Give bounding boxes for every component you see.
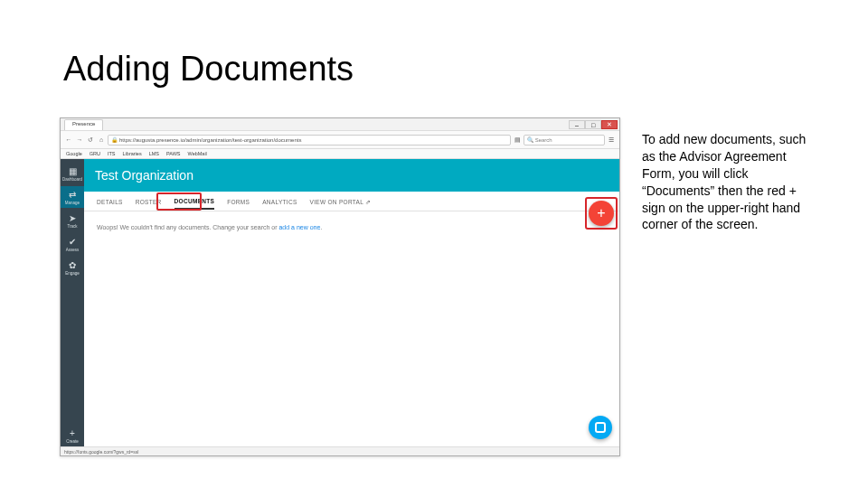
manage-icon: ⇄ bbox=[67, 189, 78, 200]
empty-text-prefix: Woops! We couldn't find any documents. C… bbox=[97, 224, 278, 230]
track-icon: ➤ bbox=[67, 212, 78, 223]
main-area: Test Organization DETAILS ROSTER DOCUMEN… bbox=[84, 159, 619, 446]
add-new-link[interactable]: add a new one bbox=[278, 224, 320, 230]
tab-forms[interactable]: FORMS bbox=[227, 193, 250, 209]
lock-icon: 🔒 bbox=[111, 136, 118, 143]
tab-details[interactable]: DETAILS bbox=[97, 193, 123, 209]
content-area: Woops! We couldn't find any documents. C… bbox=[84, 211, 619, 446]
url-text: https://augusta.presence.io/admin/organi… bbox=[119, 137, 301, 143]
sidebar: ▦ Dashboard ⇄ Manage ➤ Track ✔ Assess ✿ bbox=[61, 159, 84, 446]
address-row: ← → ↺ ⌂ 🔒 https://augusta.presence.io/ad… bbox=[61, 131, 619, 148]
sidebar-item-create[interactable]: + Create bbox=[61, 425, 84, 446]
plus-icon: + bbox=[597, 206, 605, 221]
browser-search-input[interactable]: 🔍 Search bbox=[524, 135, 605, 145]
status-text: https://fonts.google.com/?gws_rd=ssl bbox=[64, 449, 138, 455]
sidebar-item-dashboard[interactable]: ▦ Dashboard bbox=[61, 163, 84, 184]
sidebar-item-label: Assess bbox=[66, 248, 80, 252]
tab-view-on-portal[interactable]: VIEW ON PORTAL ⇗ bbox=[310, 193, 372, 210]
chat-icon bbox=[595, 422, 606, 433]
bookmark-item[interactable]: LMS bbox=[149, 151, 159, 156]
window-minimize-button[interactable]: – bbox=[569, 120, 585, 129]
bookmark-item[interactable]: Google bbox=[66, 151, 82, 156]
org-title: Test Organization bbox=[95, 168, 193, 183]
bookmark-item[interactable]: WebMail bbox=[188, 151, 207, 156]
sidebar-item-label: Track bbox=[67, 224, 77, 229]
menu-icon[interactable]: ☰ bbox=[607, 136, 616, 145]
search-placeholder: Search bbox=[535, 137, 552, 143]
back-icon[interactable]: ← bbox=[64, 136, 73, 145]
tab-roster[interactable]: ROSTER bbox=[136, 193, 162, 209]
bookmark-item[interactable]: PAWS bbox=[166, 151, 181, 156]
sidebar-item-label: Manage bbox=[65, 201, 80, 205]
dashboard-icon: ▦ bbox=[67, 165, 78, 176]
sidebar-item-assess[interactable]: ✔ Assess bbox=[61, 233, 84, 255]
bookmark-item[interactable]: GRU bbox=[90, 151, 100, 156]
bookmark-item[interactable]: Libraries bbox=[123, 151, 142, 156]
browser-status-bar: https://fonts.google.com/?gws_rd=ssl bbox=[61, 446, 619, 455]
bookmark-item[interactable]: ITS bbox=[108, 151, 116, 156]
chat-fab[interactable] bbox=[589, 416, 612, 439]
browser-chrome: Presence – □ ✕ ← → ↺ ⌂ 🔒 https://augusta… bbox=[61, 118, 619, 149]
window-close-button[interactable]: ✕ bbox=[601, 120, 618, 129]
sidebar-item-label: Engage bbox=[65, 271, 80, 276]
org-header: Test Organization bbox=[84, 159, 619, 192]
plus-icon: + bbox=[67, 427, 78, 438]
browser-tab-row: Presence – □ ✕ bbox=[61, 118, 619, 131]
empty-text-suffix: . bbox=[320, 224, 322, 230]
forward-icon[interactable]: → bbox=[75, 136, 84, 145]
browser-tab[interactable]: Presence bbox=[64, 119, 103, 130]
screenshot-frame: Presence – □ ✕ ← → ↺ ⌂ 🔒 https://augusta… bbox=[60, 117, 620, 456]
reader-icon[interactable]: ▤ bbox=[513, 136, 522, 145]
bookmarks-bar: Google GRU ITS Libraries LMS PAWS WebMai… bbox=[61, 149, 619, 159]
slide-title: Adding Documents bbox=[63, 50, 354, 89]
tab-analytics[interactable]: ANALYTICS bbox=[262, 193, 297, 209]
search-icon: 🔍 bbox=[527, 136, 533, 143]
sidebar-item-track[interactable]: ➤ Track bbox=[61, 210, 84, 231]
tab-documents[interactable]: DOCUMENTS bbox=[175, 192, 215, 210]
assess-icon: ✔ bbox=[67, 236, 78, 247]
engage-icon: ✿ bbox=[67, 259, 78, 270]
home-icon[interactable]: ⌂ bbox=[97, 136, 106, 145]
org-tab-strip: DETAILS ROSTER DOCUMENTS FORMS ANALYTICS… bbox=[84, 192, 619, 211]
sidebar-item-label: Create bbox=[66, 439, 79, 444]
window-buttons: – □ ✕ bbox=[569, 120, 618, 129]
sidebar-item-engage[interactable]: ✿ Engage bbox=[61, 257, 84, 278]
app-frame: ▦ Dashboard ⇄ Manage ➤ Track ✔ Assess ✿ bbox=[61, 159, 619, 446]
reload-icon[interactable]: ↺ bbox=[86, 136, 95, 145]
sidebar-item-label: Dashboard bbox=[62, 177, 82, 182]
empty-state-message: Woops! We couldn't find any documents. C… bbox=[97, 224, 607, 230]
url-bar[interactable]: 🔒 https://augusta.presence.io/admin/orga… bbox=[108, 135, 511, 145]
window-maximize-button[interactable]: □ bbox=[585, 120, 601, 129]
sidebar-item-manage[interactable]: ⇄ Manage bbox=[61, 186, 84, 208]
slide-explanation: To add new documents, such as the Adviso… bbox=[642, 131, 818, 233]
add-document-fab[interactable]: + bbox=[589, 201, 614, 226]
